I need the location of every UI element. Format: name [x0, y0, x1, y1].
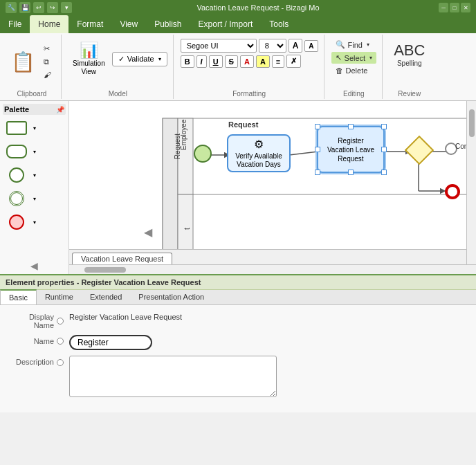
strikethrough-button[interactable]: S	[225, 55, 238, 68]
handle-r[interactable]	[381, 147, 387, 152]
palette-shape-round-rect	[4, 143, 29, 161]
palette-item-0-arrow[interactable]: ▾	[33, 125, 36, 131]
tab-extended[interactable]: Extended	[82, 290, 130, 304]
palette-item-2[interactable]: ▾	[3, 165, 66, 185]
v-scroll-thumb[interactable]	[469, 109, 475, 137]
customize-icon[interactable]: ▾	[61, 2, 72, 13]
menu-publish[interactable]: Publish	[146, 15, 190, 33]
gateway[interactable]	[405, 136, 434, 165]
h-scroll-thumb[interactable]	[84, 267, 126, 273]
font-shrink-button[interactable]: A	[304, 40, 318, 52]
menu-file[interactable]: File	[0, 15, 30, 33]
palette-item-2-arrow[interactable]: ▾	[33, 172, 36, 179]
maximize-btn[interactable]: □	[450, 3, 459, 12]
delete-button[interactable]: 🗑 Delete	[331, 65, 377, 76]
verify-task[interactable]: ⚙ Verify AvailableVacation Days	[227, 134, 291, 172]
close-btn[interactable]: ✕	[461, 3, 470, 12]
canvas-tab-main[interactable]: Vacation Leave Request	[72, 253, 172, 264]
name-row: Name	[8, 335, 468, 350]
palette-collapse-btn[interactable]: ◀	[3, 260, 66, 271]
font-color-button[interactable]: A	[240, 55, 254, 68]
lane-employee-label: Employee	[180, 120, 187, 150]
display-name-row: Display Name Register Vacation Leave Req…	[8, 311, 468, 329]
save-icon[interactable]: 💾	[19, 2, 30, 13]
select-button[interactable]: ↖ Select ▾	[331, 52, 377, 64]
description-textarea[interactable]	[69, 356, 277, 397]
clear-format-button[interactable]: ✗	[286, 55, 301, 68]
cut-button[interactable]: ✂	[39, 43, 55, 55]
spelling-button[interactable]: ABC Spelling	[390, 39, 429, 70]
paste-button[interactable]: 📋	[8, 48, 38, 76]
pool-label: Request	[228, 120, 258, 129]
validate-icon: ✓	[118, 55, 125, 64]
palette-item-3-arrow[interactable]: ▾	[33, 196, 36, 202]
canvas-tabs: Vacation Leave Request	[69, 249, 466, 264]
properties-content: Display Name Register Vacation Leave Req…	[0, 305, 476, 403]
palette-item-0[interactable]: ▾	[3, 118, 66, 138]
collapse-left-arrow[interactable]: ◀	[144, 226, 152, 239]
palette-panel: Palette 📌 ▾ ▾ ▾ ▾	[0, 101, 69, 274]
palette-pin-icon[interactable]: 📌	[56, 106, 64, 113]
menu-tools[interactable]: Tools	[261, 15, 297, 33]
italic-button[interactable]: I	[196, 55, 207, 68]
tab-runtime[interactable]: Runtime	[37, 290, 82, 304]
properties-tabs: Basic Runtime Extended Presentation Acti…	[0, 290, 476, 305]
diagram-canvas[interactable]: Request Request Employee t ⚙ Verify Avai…	[69, 101, 466, 264]
find-dropdown-icon: ▾	[367, 42, 369, 48]
redo-icon[interactable]: ↪	[47, 2, 58, 13]
menu-export-import[interactable]: Export / Import	[190, 15, 262, 33]
description-radio[interactable]	[57, 359, 64, 366]
review-label: Review	[398, 87, 421, 98]
find-button[interactable]: 🔍 Find ▾	[331, 39, 377, 51]
minimize-btn[interactable]: ─	[439, 3, 448, 12]
select-icon: ↖	[336, 53, 342, 62]
simulation-view-button[interactable]: 📊 Simulation View	[68, 39, 109, 79]
palette-item-4-arrow[interactable]: ▾	[33, 219, 36, 226]
end-event[interactable]	[445, 184, 460, 199]
align-button[interactable]: ≡	[272, 55, 284, 68]
handle-tl[interactable]	[315, 124, 320, 129]
handle-br[interactable]	[381, 170, 387, 175]
spelling-icon: ABC	[394, 42, 425, 60]
tab-presentation-action[interactable]: Presentation Action	[130, 290, 212, 304]
name-input[interactable]	[69, 335, 152, 350]
bold-button[interactable]: B	[181, 55, 194, 68]
handle-t[interactable]	[348, 124, 354, 129]
display-name-radio[interactable]	[57, 318, 64, 325]
menu-home[interactable]: Home	[30, 15, 68, 33]
palette-item-3[interactable]: ▾	[3, 188, 66, 209]
underline-button[interactable]: U	[209, 55, 223, 68]
validate-dropdown-icon: ▾	[158, 56, 161, 62]
font-size-select[interactable]: 8	[259, 39, 286, 53]
handle-bl[interactable]	[315, 170, 320, 175]
vertical-scrollbar[interactable]	[466, 101, 476, 264]
canvas-area[interactable]: Request Request Employee t ⚙ Verify Avai…	[69, 101, 476, 274]
simulation-label: Simulation	[73, 60, 105, 67]
name-radio[interactable]	[57, 338, 64, 345]
copy-button[interactable]: ⧉	[39, 56, 55, 68]
highlight-button[interactable]: A	[256, 55, 270, 68]
horizontal-scrollbar[interactable]	[69, 264, 476, 274]
palette-item-1-arrow[interactable]: ▾	[33, 149, 36, 155]
handle-tr[interactable]	[381, 124, 387, 129]
register-task[interactable]: RegisterVacation LeaveRequest	[317, 126, 385, 173]
palette-item-1[interactable]: ▾	[3, 141, 66, 162]
undo-icon[interactable]: ↩	[33, 2, 44, 13]
start-event[interactable]	[194, 145, 212, 163]
verify-task-icon: ⚙	[254, 138, 264, 151]
palette-title: Palette	[4, 105, 29, 113]
format-painter-icon: 🖌	[44, 71, 51, 79]
handle-l[interactable]	[315, 147, 320, 152]
clipboard-group: 📋 ✂ ⧉ 🖌 Clipboard	[3, 35, 62, 99]
validate-button[interactable]: ✓ Validate ▾	[112, 52, 167, 66]
palette-shape-circle	[4, 166, 29, 184]
font-grow-button[interactable]: A	[289, 39, 303, 53]
menu-view[interactable]: View	[111, 15, 146, 33]
menu-format[interactable]: Format	[68, 15, 111, 33]
handle-b[interactable]	[348, 170, 354, 175]
format-painter-button[interactable]: 🖌	[39, 69, 55, 80]
tab-basic[interactable]: Basic	[0, 289, 37, 304]
palette-item-4[interactable]: ▾	[3, 212, 66, 232]
font-name-select[interactable]: Segoe UI	[181, 39, 257, 53]
model-group: 📊 Simulation View ✓ Validate ▾ Model	[63, 35, 174, 99]
